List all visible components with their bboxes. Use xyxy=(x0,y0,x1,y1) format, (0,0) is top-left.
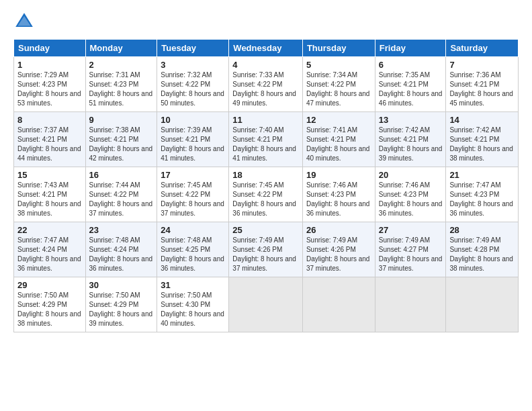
day-info: Sunrise: 7:48 AMSunset: 4:25 PMDaylight:… xyxy=(161,236,224,272)
day-number: 27 xyxy=(379,225,443,235)
day-number: 3 xyxy=(161,60,225,70)
calendar-cell: 14 Sunrise: 7:42 AMSunset: 4:21 PMDaylig… xyxy=(446,112,519,167)
calendar-cell: 9 Sunrise: 7:38 AMSunset: 4:21 PMDayligh… xyxy=(85,112,157,167)
day-info: Sunrise: 7:49 AMSunset: 4:27 PMDaylight:… xyxy=(379,236,443,272)
calendar-cell: 30 Sunrise: 7:50 AMSunset: 4:29 PMDaylig… xyxy=(85,277,157,332)
calendar-cell: 5 Sunrise: 7:34 AMSunset: 4:22 PMDayligh… xyxy=(302,57,375,112)
day-number: 9 xyxy=(89,115,154,125)
day-number: 4 xyxy=(232,60,299,70)
calendar-cell: 12 Sunrise: 7:41 AMSunset: 4:21 PMDaylig… xyxy=(302,112,375,167)
day-number: 6 xyxy=(379,60,443,70)
day-number: 10 xyxy=(161,115,225,125)
day-number: 19 xyxy=(306,170,371,180)
day-number: 22 xyxy=(17,225,82,235)
col-thursday: Thursday xyxy=(302,40,375,57)
calendar-cell: 24 Sunrise: 7:48 AMSunset: 4:25 PMDaylig… xyxy=(157,222,229,277)
calendar-week-row: 15 Sunrise: 7:43 AMSunset: 4:21 PMDaylig… xyxy=(14,167,519,222)
day-number: 25 xyxy=(232,225,299,235)
calendar-week-row: 8 Sunrise: 7:37 AMSunset: 4:21 PMDayligh… xyxy=(14,112,519,167)
day-number: 28 xyxy=(449,225,515,235)
calendar-cell: 3 Sunrise: 7:32 AMSunset: 4:22 PMDayligh… xyxy=(157,57,229,112)
col-tuesday: Tuesday xyxy=(157,40,229,57)
day-info: Sunrise: 7:35 AMSunset: 4:21 PMDaylight:… xyxy=(379,71,443,107)
day-number: 26 xyxy=(306,225,371,235)
day-info: Sunrise: 7:29 AMSunset: 4:23 PMDaylight:… xyxy=(17,71,81,107)
day-number: 2 xyxy=(89,60,154,70)
day-number: 15 xyxy=(17,170,82,180)
day-info: Sunrise: 7:42 AMSunset: 4:21 PMDaylight:… xyxy=(449,126,513,162)
day-info: Sunrise: 7:49 AMSunset: 4:26 PMDaylight:… xyxy=(306,236,370,272)
calendar-week-row: 29 Sunrise: 7:50 AMSunset: 4:29 PMDaylig… xyxy=(14,277,519,332)
calendar-cell: 28 Sunrise: 7:49 AMSunset: 4:28 PMDaylig… xyxy=(446,222,519,277)
day-number: 30 xyxy=(89,280,154,290)
day-info: Sunrise: 7:49 AMSunset: 4:26 PMDaylight:… xyxy=(232,236,296,272)
day-number: 5 xyxy=(306,60,371,70)
day-info: Sunrise: 7:37 AMSunset: 4:21 PMDaylight:… xyxy=(17,126,81,162)
day-number: 18 xyxy=(232,170,299,180)
day-number: 7 xyxy=(449,60,515,70)
page-header xyxy=(13,11,519,32)
day-info: Sunrise: 7:50 AMSunset: 4:30 PMDaylight:… xyxy=(161,291,224,327)
col-wednesday: Wednesday xyxy=(229,40,303,57)
day-info: Sunrise: 7:47 AMSunset: 4:24 PMDaylight:… xyxy=(17,236,81,272)
calendar-cell: 21 Sunrise: 7:47 AMSunset: 4:23 PMDaylig… xyxy=(446,167,519,222)
day-info: Sunrise: 7:41 AMSunset: 4:21 PMDaylight:… xyxy=(306,126,370,162)
day-number: 12 xyxy=(306,115,371,125)
day-info: Sunrise: 7:45 AMSunset: 4:22 PMDaylight:… xyxy=(161,181,224,217)
day-number: 16 xyxy=(89,170,154,180)
day-number: 11 xyxy=(232,115,299,125)
calendar-cell: 25 Sunrise: 7:49 AMSunset: 4:26 PMDaylig… xyxy=(229,222,303,277)
calendar-cell: 4 Sunrise: 7:33 AMSunset: 4:22 PMDayligh… xyxy=(229,57,303,112)
calendar-cell: 22 Sunrise: 7:47 AMSunset: 4:24 PMDaylig… xyxy=(14,222,86,277)
calendar-cell: 31 Sunrise: 7:50 AMSunset: 4:30 PMDaylig… xyxy=(157,277,229,332)
logo-icon xyxy=(13,11,35,32)
calendar-cell: 8 Sunrise: 7:37 AMSunset: 4:21 PMDayligh… xyxy=(14,112,86,167)
day-info: Sunrise: 7:42 AMSunset: 4:21 PMDaylight:… xyxy=(379,126,443,162)
day-number: 21 xyxy=(449,170,515,180)
calendar-cell: 10 Sunrise: 7:39 AMSunset: 4:21 PMDaylig… xyxy=(157,112,229,167)
col-monday: Monday xyxy=(85,40,157,57)
col-saturday: Saturday xyxy=(446,40,519,57)
logo xyxy=(13,11,38,32)
day-info: Sunrise: 7:31 AMSunset: 4:23 PMDaylight:… xyxy=(89,71,153,107)
day-info: Sunrise: 7:48 AMSunset: 4:24 PMDaylight:… xyxy=(89,236,153,272)
day-number: 17 xyxy=(161,170,225,180)
day-info: Sunrise: 7:33 AMSunset: 4:22 PMDaylight:… xyxy=(232,71,296,107)
calendar-cell: 27 Sunrise: 7:49 AMSunset: 4:27 PMDaylig… xyxy=(375,222,446,277)
calendar-cell: 18 Sunrise: 7:45 AMSunset: 4:22 PMDaylig… xyxy=(229,167,303,222)
day-info: Sunrise: 7:46 AMSunset: 4:23 PMDaylight:… xyxy=(306,181,370,217)
calendar-cell: 16 Sunrise: 7:44 AMSunset: 4:22 PMDaylig… xyxy=(85,167,157,222)
calendar-cell xyxy=(302,277,375,332)
day-info: Sunrise: 7:49 AMSunset: 4:28 PMDaylight:… xyxy=(449,236,513,272)
day-info: Sunrise: 7:36 AMSunset: 4:21 PMDaylight:… xyxy=(449,71,513,107)
day-info: Sunrise: 7:34 AMSunset: 4:22 PMDaylight:… xyxy=(306,71,370,107)
day-info: Sunrise: 7:46 AMSunset: 4:23 PMDaylight:… xyxy=(379,181,443,217)
calendar-cell: 17 Sunrise: 7:45 AMSunset: 4:22 PMDaylig… xyxy=(157,167,229,222)
day-info: Sunrise: 7:38 AMSunset: 4:21 PMDaylight:… xyxy=(89,126,153,162)
day-number: 8 xyxy=(17,115,82,125)
day-info: Sunrise: 7:39 AMSunset: 4:21 PMDaylight:… xyxy=(161,126,224,162)
day-info: Sunrise: 7:50 AMSunset: 4:29 PMDaylight:… xyxy=(89,291,153,327)
calendar-cell xyxy=(229,277,303,332)
day-number: 24 xyxy=(161,225,225,235)
calendar-cell: 19 Sunrise: 7:46 AMSunset: 4:23 PMDaylig… xyxy=(302,167,375,222)
calendar-cell: 15 Sunrise: 7:43 AMSunset: 4:21 PMDaylig… xyxy=(14,167,86,222)
day-number: 13 xyxy=(379,115,443,125)
day-number: 29 xyxy=(17,280,82,290)
day-number: 14 xyxy=(449,115,515,125)
calendar-cell: 13 Sunrise: 7:42 AMSunset: 4:21 PMDaylig… xyxy=(375,112,446,167)
calendar-week-row: 1 Sunrise: 7:29 AMSunset: 4:23 PMDayligh… xyxy=(14,57,519,112)
calendar-table: Sunday Monday Tuesday Wednesday Thursday… xyxy=(13,39,519,332)
calendar-cell xyxy=(375,277,446,332)
calendar-cell: 29 Sunrise: 7:50 AMSunset: 4:29 PMDaylig… xyxy=(14,277,86,332)
calendar-cell: 1 Sunrise: 7:29 AMSunset: 4:23 PMDayligh… xyxy=(14,57,86,112)
calendar-page: Sunday Monday Tuesday Wednesday Thursday… xyxy=(0,0,532,411)
calendar-cell: 11 Sunrise: 7:40 AMSunset: 4:21 PMDaylig… xyxy=(229,112,303,167)
day-info: Sunrise: 7:50 AMSunset: 4:29 PMDaylight:… xyxy=(17,291,81,327)
col-sunday: Sunday xyxy=(14,40,86,57)
day-info: Sunrise: 7:43 AMSunset: 4:21 PMDaylight:… xyxy=(17,181,81,217)
day-number: 23 xyxy=(89,225,154,235)
calendar-week-row: 22 Sunrise: 7:47 AMSunset: 4:24 PMDaylig… xyxy=(14,222,519,277)
day-number: 20 xyxy=(379,170,443,180)
day-info: Sunrise: 7:45 AMSunset: 4:22 PMDaylight:… xyxy=(232,181,296,217)
